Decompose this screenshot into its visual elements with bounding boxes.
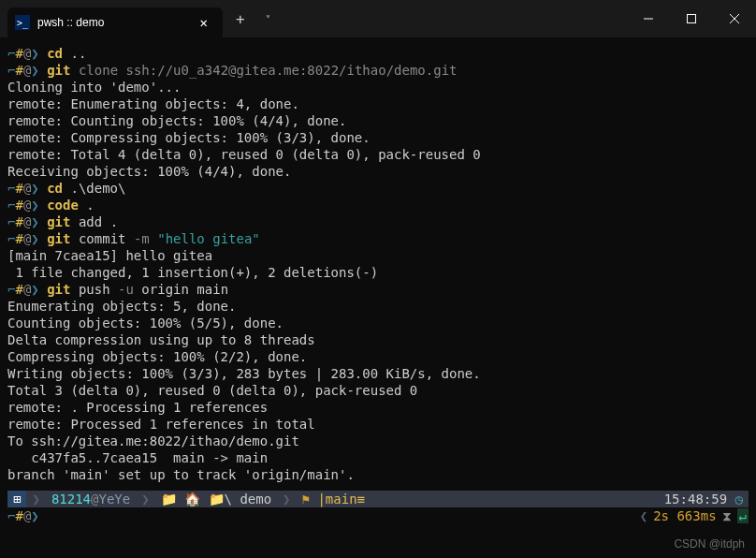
- new-tab-button[interactable]: +: [223, 10, 258, 28]
- tab-title: pwsh :: demo: [37, 16, 187, 29]
- output-line: remote: . Processing 1 references: [7, 399, 749, 416]
- output-line: Cloning into 'demo'...: [7, 79, 749, 95]
- command-line: ⌐#@❯ git clone ssh://u0_a342@gitea.me:80…: [7, 62, 749, 79]
- branch-icon: ⚑: [302, 492, 310, 507]
- user-host: 81214@YeYe: [46, 491, 136, 507]
- chevron-icon: ❯: [136, 491, 154, 507]
- output-line: 1 file changed, 1 insertion(+), 2 deleti…: [7, 264, 749, 281]
- close-button[interactable]: [713, 4, 756, 34]
- check-icon: ↵: [737, 508, 749, 523]
- watermark: CSDN @itdph: [674, 537, 745, 551]
- terminal-output[interactable]: ⌐#@❯ cd ..⌐#@❯ git clone ssh://u0_a342@g…: [0, 37, 756, 491]
- output-line: remote: Total 4 (delta 0), reused 0 (del…: [7, 146, 749, 163]
- output-line: Writing objects: 100% (3/3), 283 bytes |…: [7, 365, 749, 382]
- status-bar-secondary: ⌐#@❯ ❮ 2s 663ms ⧗ ↵: [7, 507, 749, 524]
- output-line: Counting objects: 100% (5/5), done.: [7, 315, 749, 331]
- status-right: ❮ 2s 663ms ⧗ ↵: [636, 508, 749, 524]
- command-line: ⌐#@❯ git push -u origin main: [7, 281, 749, 298]
- chevron-icon: ❯: [277, 491, 296, 507]
- window-controls: [627, 4, 756, 34]
- path-end: demo: [240, 492, 271, 507]
- command-line: ⌐#@❯ cd ..: [7, 45, 749, 62]
- output-line: To ssh://gitea.me:8022/ithao/demo.git: [7, 433, 749, 449]
- svg-rect-1: [688, 15, 696, 23]
- command-line: ⌐#@❯ cd .\demo\: [7, 180, 749, 197]
- output-line: Enumerating objects: 5, done.: [7, 298, 749, 315]
- powershell-icon: >_: [15, 15, 30, 30]
- titlebar: >_ pwsh :: demo ✕ + ˅: [0, 0, 756, 37]
- output-line: Compressing objects: 100% (2/2), done.: [7, 348, 749, 365]
- folder-icon: 📁: [161, 492, 177, 507]
- command-line: ⌐#@❯ git add .: [7, 213, 749, 230]
- prompt-open: ⌐: [7, 508, 15, 523]
- output-line: remote: Processed 1 references in total: [7, 416, 749, 433]
- output-line: Delta compression using up to 8 threads: [7, 331, 749, 348]
- output-line: remote: Counting objects: 100% (4/4), do…: [7, 112, 749, 129]
- tab-pwsh[interactable]: >_ pwsh :: demo ✕: [7, 7, 223, 37]
- home-icon: 🏠: [184, 492, 200, 507]
- folder-icon: 📁: [209, 492, 225, 507]
- status-bar-primary: ⊞ ❯ 81214@YeYe ❯ 📁 🏠 📁 \ demo ❯ ⚑ | main…: [7, 491, 749, 507]
- output-line: Total 3 (delta 0), reused 0 (delta 0), p…: [7, 382, 749, 399]
- close-icon[interactable]: ✕: [195, 13, 213, 32]
- output-line: [main 7caea15] hello gitea: [7, 247, 749, 264]
- branch-segment: ⚑ | main ≡: [297, 491, 371, 507]
- hourglass-icon: ⧗: [722, 508, 732, 524]
- output-line: branch 'main' set up to track 'origin/ma…: [7, 466, 749, 483]
- minimize-button[interactable]: [627, 4, 670, 34]
- clock-icon: ◷: [735, 492, 743, 507]
- duration: 2s 663ms: [653, 508, 716, 523]
- chevron-icon: ❯: [26, 491, 45, 507]
- windows-icon: ⊞: [7, 491, 26, 507]
- time-segment: 15:48:59 ◷: [659, 491, 749, 507]
- path-segment: 📁 🏠 📁 \ demo: [155, 491, 277, 507]
- left-arrow-icon: ❮: [636, 508, 647, 523]
- command-line: ⌐#@❯ git commit -m "hello gitea": [7, 230, 749, 247]
- output-line: Receiving objects: 100% (4/4), done.: [7, 163, 749, 180]
- maximize-button[interactable]: [670, 4, 713, 34]
- output-line: c437fa5..7caea15 main -> main: [7, 449, 749, 466]
- output-line: remote: Enumerating objects: 4, done.: [7, 95, 749, 112]
- dropdown-icon[interactable]: ˅: [258, 14, 278, 24]
- output-line: remote: Compressing objects: 100% (3/3),…: [7, 129, 749, 146]
- command-line: ⌐#@❯ code .: [7, 197, 749, 213]
- tab-area: >_ pwsh :: demo ✕ + ˅: [0, 0, 278, 37]
